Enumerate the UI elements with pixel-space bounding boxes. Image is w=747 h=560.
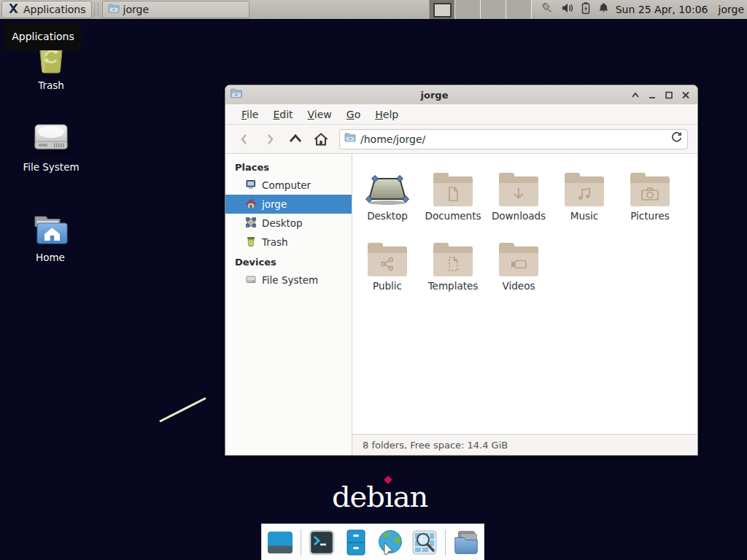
cursor-trail-line — [153, 392, 213, 427]
shade-button[interactable] — [627, 88, 643, 101]
file-item-label: Pictures — [617, 209, 683, 222]
sidebar-item-computer[interactable]: Computer — [225, 176, 352, 195]
minimize-button[interactable] — [644, 88, 659, 101]
public-folder-icon — [368, 243, 407, 276]
file-item-desktop[interactable]: Desktop — [355, 163, 420, 233]
file-item-label: Music — [551, 209, 617, 222]
back-button[interactable] — [231, 129, 257, 149]
path-text[interactable]: /home/jorge/ — [360, 133, 670, 145]
folder-icon — [108, 3, 120, 16]
file-item-downloads[interactable]: Downloads — [486, 163, 551, 233]
desktop-icon-file-system[interactable]: File System — [20, 122, 82, 173]
menu-file[interactable]: File — [234, 109, 266, 120]
status-text: 8 folders, Free space: 14.4 GiB — [363, 440, 508, 451]
sidebar-item-trash[interactable]: Trash — [225, 233, 352, 252]
taskbar-button-label: jorge — [123, 4, 149, 15]
system-tray — [541, 1, 610, 18]
music-folder-icon — [565, 173, 604, 206]
applications-menu-label: Applications — [23, 4, 86, 15]
trash-icon — [31, 63, 71, 77]
maximize-button[interactable] — [661, 88, 676, 101]
battery-icon[interactable] — [581, 1, 591, 18]
dock-separator — [301, 529, 301, 556]
file-item-label: Videos — [486, 279, 551, 292]
desktop-screen: Trash File Syste — [0, 0, 747, 560]
sidebar-item-file-system[interactable]: File System — [225, 271, 352, 289]
hard-drive-icon — [30, 145, 72, 159]
file-item-documents[interactable]: Documents — [420, 163, 486, 233]
desktop-icon-label: File System — [20, 161, 82, 173]
workspace-1[interactable] — [430, 0, 455, 19]
file-item-music[interactable]: Music — [551, 163, 617, 233]
desktop-icon — [245, 217, 257, 230]
downloads-folder-icon — [499, 173, 538, 206]
file-item-public[interactable]: Public — [355, 233, 420, 303]
documents-folder-icon — [433, 173, 473, 206]
file-item-templates[interactable]: Templates — [420, 233, 486, 303]
file-item-label: Downloads — [486, 209, 551, 222]
directory-menu-icon[interactable] — [452, 529, 480, 556]
web-browser-icon[interactable] — [376, 529, 404, 556]
workspace-window-thumb — [433, 3, 452, 18]
sidebar-header-devices: Devices — [225, 254, 352, 271]
wordmark-i: ı — [384, 480, 393, 513]
taskbar-button-jorge[interactable]: jorge — [102, 1, 249, 18]
status-bar: 8 folders, Free space: 14.4 GiB — [352, 434, 697, 455]
notifications-icon[interactable] — [597, 1, 610, 18]
sidebar-item-desktop[interactable]: Desktop — [225, 214, 352, 233]
up-button[interactable] — [282, 129, 308, 149]
home-button[interactable] — [308, 129, 333, 149]
close-button[interactable] — [678, 88, 693, 101]
panel-clock[interactable]: Sun 25 Apr, 10:06 — [616, 4, 708, 15]
sidebar-item-label: File System — [262, 274, 318, 286]
reload-icon[interactable] — [670, 131, 683, 147]
path-bar[interactable]: /home/jorge/ — [339, 129, 688, 149]
menu-help[interactable]: Help — [368, 109, 406, 120]
window-content: Places Computer — [225, 154, 697, 455]
terminal-icon[interactable] — [308, 529, 336, 556]
sidebar-item-label: Trash — [262, 236, 288, 248]
file-item-pictures[interactable]: Pictures — [617, 163, 683, 233]
toolbar: /home/jorge/ — [225, 125, 697, 154]
hard-drive-icon — [245, 273, 257, 287]
debian-wordmark: debıan — [332, 480, 427, 513]
file-item-videos[interactable]: Videos — [486, 233, 551, 303]
templates-folder-icon — [433, 243, 473, 276]
menu-edit[interactable]: Edit — [266, 109, 300, 120]
applications-menu-button[interactable]: Applications — [1, 1, 92, 18]
applications-menu-icon — [7, 2, 20, 17]
pictures-folder-icon — [630, 173, 670, 206]
workspace-4[interactable] — [506, 0, 532, 19]
menu-go[interactable]: Go — [339, 109, 368, 120]
workspace-2[interactable] — [455, 0, 481, 19]
menubar: File Edit View Go Help — [225, 104, 697, 125]
sidebar-header-places: Places — [225, 160, 352, 176]
wordmark-left: deb — [332, 480, 384, 513]
network-icon[interactable] — [541, 1, 554, 18]
file-grid: Desktop Documents — [352, 154, 697, 434]
sidebar-item-label: Desktop — [262, 217, 303, 229]
dock — [261, 524, 484, 560]
sidebar-item-jorge[interactable]: jorge — [225, 195, 352, 214]
panel-handle[interactable] — [94, 3, 98, 16]
dock-separator — [445, 529, 446, 556]
desktop-icon-home[interactable]: Home — [19, 214, 82, 263]
videos-folder-icon — [499, 243, 538, 276]
sidebar-item-label: Computer — [262, 179, 311, 191]
wordmark-right: an — [393, 480, 428, 513]
workspace-3[interactable] — [481, 0, 506, 19]
menu-view[interactable]: View — [301, 109, 339, 120]
panel-user-label[interactable]: jorge — [719, 4, 744, 15]
desktop-special-icon — [355, 163, 420, 206]
window-title: jorge — [243, 90, 626, 101]
show-desktop-icon[interactable] — [266, 529, 294, 556]
top-panel: Applications jorge — [0, 0, 747, 19]
application-finder-icon[interactable] — [411, 529, 438, 556]
volume-icon[interactable] — [561, 1, 574, 18]
forward-button[interactable] — [257, 129, 282, 149]
file-manager-icon[interactable] — [342, 529, 370, 556]
window-titlebar[interactable]: jorge — [225, 85, 697, 104]
sidebar: Places Computer — [225, 154, 352, 455]
workspace-switcher[interactable] — [429, 0, 532, 19]
file-item-label: Public — [355, 279, 420, 292]
